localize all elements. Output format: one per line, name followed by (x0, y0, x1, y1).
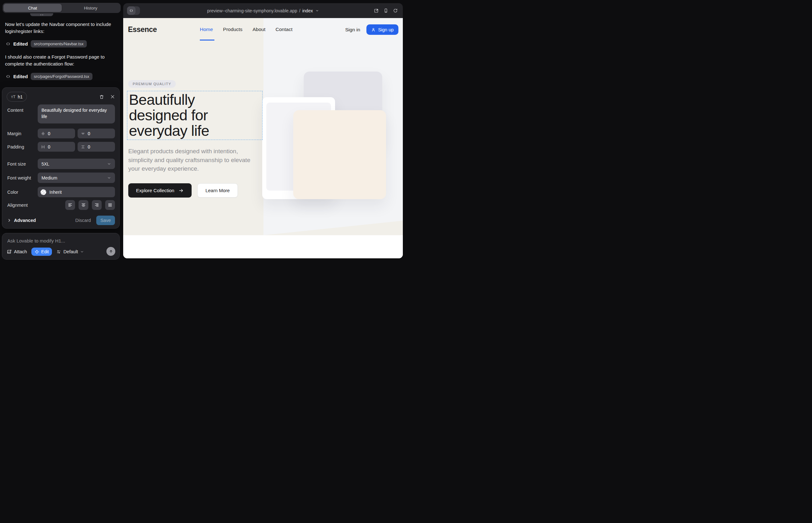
decorative-card-cream (293, 110, 386, 199)
typography-icon: тT (11, 94, 16, 99)
edited-file-badge[interactable]: src/components/Navbar.tsx (31, 40, 87, 48)
edited-label: Edited (13, 74, 28, 79)
composer-input[interactable]: Ask Lovable to modify H1... (7, 238, 114, 244)
align-center-button[interactable] (78, 200, 88, 210)
font-size-value: 5XL (41, 161, 49, 166)
element-tag-label: h1 (18, 94, 23, 100)
mobile-view-icon[interactable] (384, 8, 388, 13)
font-weight-select[interactable]: Medium (38, 173, 115, 183)
hero-heading[interactable]: Beautifully designed for everyday life (129, 92, 209, 139)
edited-file-row[interactable]: Edited src/components/Navbar.tsx (6, 40, 119, 48)
nav-link-home[interactable]: Home (200, 26, 213, 32)
sliders-icon (56, 250, 61, 254)
advanced-toggle[interactable]: Advanced (7, 218, 36, 223)
padding-y-input[interactable]: 0 (77, 142, 115, 152)
chevron-down-icon (107, 162, 111, 166)
color-picker[interactable]: Inherit (38, 187, 115, 197)
margin-y-value: 0 (88, 131, 90, 136)
site-viewport: Essence Home Products About Contact Sign… (123, 18, 403, 258)
padding-horizontal-icon (41, 145, 45, 149)
close-editor-button[interactable] (110, 94, 115, 99)
font-weight-value: Medium (41, 175, 57, 180)
sign-in-link[interactable]: Sign in (345, 27, 360, 33)
color-label: Color (7, 190, 18, 195)
clipped-scrolled-badge (30, 13, 53, 16)
align-left-button[interactable] (65, 200, 75, 210)
align-justify-button[interactable] (105, 200, 115, 210)
color-swatch (40, 189, 46, 195)
nav-link-about[interactable]: About (253, 26, 266, 32)
site-navbar: Essence Home Products About Contact Sign… (123, 18, 403, 42)
alignment-label: Alignment (7, 203, 28, 208)
code-icon (6, 74, 11, 79)
chevron-right-icon (7, 218, 11, 222)
open-in-new-tab-icon[interactable] (374, 8, 379, 13)
padding-x-value: 0 (48, 144, 50, 149)
chat-panel: Chat History Now let's update the Navbar… (0, 0, 123, 262)
margin-x-value: 0 (48, 131, 50, 136)
preview-url: preview--charming-site-symphony.lovable.… (207, 8, 297, 13)
tab-chat[interactable]: Chat (3, 4, 62, 12)
code-icon (6, 41, 11, 46)
model-selector[interactable]: Default (56, 249, 84, 254)
color-value: Inherit (49, 190, 62, 195)
chevron-down-icon (315, 9, 319, 12)
chat-messages: Now let's update the Navbar component to… (5, 21, 119, 86)
edited-file-badge[interactable]: src/pages/ForgotPassword.tsx (31, 73, 92, 80)
sign-up-button[interactable]: Sign up (366, 24, 399, 35)
crosshair-icon (35, 250, 39, 254)
learn-more-button[interactable]: Learn More (197, 183, 238, 198)
padding-x-input[interactable]: 0 (38, 142, 75, 152)
chat-message: Now let's update the Navbar component to… (5, 21, 119, 35)
user-icon (371, 28, 376, 32)
padding-label: Padding (7, 144, 24, 149)
discard-button[interactable]: Discard (75, 218, 91, 223)
content-input[interactable]: Beautifully designed for everyday life (38, 105, 115, 124)
font-weight-label: Font weight (7, 175, 31, 180)
chat-history-tabbar: Chat History (2, 3, 121, 13)
element-editor-panel: тT h1 Content Beautifully designed for e… (2, 87, 120, 229)
margin-x-input[interactable]: 0 (38, 128, 75, 138)
preview-browser-panel: preview--charming-site-symphony.lovable.… (123, 3, 403, 258)
save-button[interactable]: Save (96, 216, 115, 225)
arrow-up-icon (109, 249, 113, 254)
attach-image-icon (7, 249, 12, 254)
arrow-right-icon (179, 188, 184, 193)
selected-element-chip: тT h1 (7, 92, 27, 102)
content-label: Content (7, 108, 23, 113)
browser-toolbar: preview--charming-site-symphony.lovable.… (123, 3, 403, 18)
margin-vertical-icon (81, 131, 85, 136)
margin-horizontal-icon (41, 131, 45, 136)
premium-quality-badge: PREMIUM QUALITY (128, 80, 176, 88)
refresh-icon[interactable] (393, 8, 398, 13)
font-size-label: Font size (7, 161, 26, 166)
chevron-down-icon (80, 250, 84, 254)
site-logo[interactable]: Essence (128, 25, 157, 34)
edited-file-row[interactable]: Edited src/pages/ForgotPassword.tsx (6, 73, 119, 80)
code-view-toggle[interactable] (127, 6, 140, 15)
delete-element-button[interactable] (99, 94, 104, 100)
chat-composer[interactable]: Ask Lovable to modify H1... Attach Edit … (2, 233, 120, 259)
margin-y-input[interactable]: 0 (77, 128, 115, 138)
edited-label: Edited (13, 41, 28, 47)
tab-history[interactable]: History (62, 4, 120, 12)
padding-vertical-icon (81, 145, 85, 149)
edit-mode-button[interactable]: Edit (31, 248, 52, 256)
h1-selection-outline: Beautifully designed for everyday life (127, 91, 263, 140)
attach-button[interactable]: Attach (7, 249, 27, 254)
explore-collection-button[interactable]: Explore Collection (128, 183, 192, 198)
chat-message: I should also create a Forgot Password p… (5, 54, 119, 68)
page-name: index (302, 8, 313, 13)
url-breadcrumb[interactable]: preview--charming-site-symphony.lovable.… (207, 8, 319, 13)
send-button[interactable] (106, 247, 115, 256)
padding-y-value: 0 (88, 144, 90, 149)
align-right-button[interactable] (92, 200, 102, 210)
editor-header: тT h1 (7, 92, 115, 102)
code-icon (129, 8, 133, 13)
next-section-background (123, 235, 403, 258)
nav-link-contact[interactable]: Contact (276, 26, 292, 32)
nav-link-products[interactable]: Products (223, 26, 242, 32)
font-size-select[interactable]: 5XL (38, 159, 115, 169)
active-nav-underline (200, 40, 214, 40)
margin-label: Margin (7, 131, 21, 136)
